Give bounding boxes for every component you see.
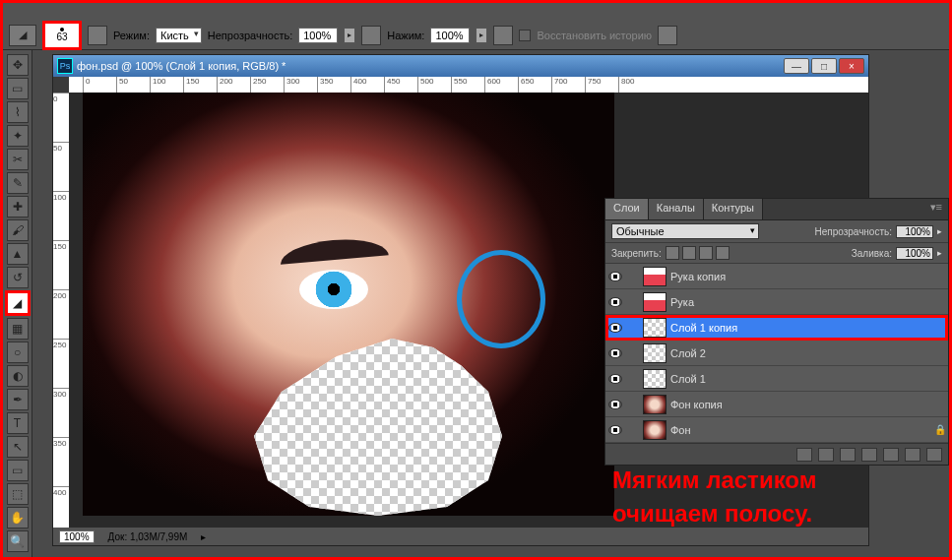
layer-row[interactable]: Слой 1 копия (605, 315, 948, 341)
brush-panel-icon[interactable] (88, 26, 107, 45)
type-tool[interactable]: T (7, 412, 29, 434)
maximize-button[interactable]: □ (811, 58, 837, 74)
close-button[interactable]: × (839, 58, 864, 74)
layers-panel: Слои Каналы Контуры ▾≡ Обычные Непрозрач… (604, 198, 949, 466)
mode-dropdown[interactable]: Кисть (156, 28, 202, 43)
image-content (299, 270, 368, 309)
visibility-icon[interactable] (608, 374, 622, 384)
menubar[interactable] (3, 3, 949, 21)
ruler-horizontal[interactable]: 0501001502002503003504004505005506006507… (69, 77, 868, 93)
canvas[interactable] (83, 93, 614, 516)
link-layers-icon[interactable] (796, 448, 812, 462)
pressure-size-icon[interactable] (658, 26, 677, 45)
flow-input[interactable]: 100% (430, 28, 470, 43)
blend-mode-dropdown[interactable]: Обычные (611, 223, 759, 239)
fill-input[interactable]: 100% (896, 247, 933, 260)
shape-tool[interactable]: ▭ (7, 460, 29, 481)
layer-list: Рука копияРукаСлой 1 копияСлой 2Слой 1Фо… (605, 264, 948, 443)
heal-tool[interactable]: ✚ (7, 196, 29, 218)
layer-name[interactable]: Слой 2 (670, 347, 934, 359)
layer-thumbnail[interactable] (643, 395, 666, 414)
restore-history-checkbox[interactable] (519, 30, 531, 41)
layer-thumbnail[interactable] (643, 267, 666, 286)
tab-layers[interactable]: Слои (605, 199, 649, 219)
flow-arrow-icon[interactable]: ▸ (476, 28, 487, 43)
layer-name[interactable]: Фон (670, 424, 934, 436)
dodge-tool[interactable]: ◐ (7, 365, 29, 387)
lasso-tool[interactable]: ⌇ (7, 101, 29, 123)
ps-logo-icon: Ps (57, 58, 73, 74)
pen-tool[interactable]: ✒ (7, 389, 29, 410)
zoom-tool[interactable]: 🔍 (7, 530, 29, 552)
tab-channels[interactable]: Каналы (649, 199, 704, 219)
blur-tool[interactable]: ○ (7, 342, 29, 363)
visibility-icon[interactable] (608, 425, 622, 435)
statusbar-arrow-icon[interactable]: ▸ (201, 531, 206, 542)
layer-row[interactable]: Фон🔒 (605, 417, 948, 443)
opacity-arrow-icon[interactable]: ▸ (937, 226, 942, 236)
marquee-tool[interactable]: ▭ (7, 78, 29, 99)
stamp-tool[interactable]: ▲ (7, 243, 29, 265)
layer-thumbnail[interactable] (643, 420, 666, 440)
3d-tool[interactable]: ⬚ (7, 483, 29, 505)
lock-image-icon[interactable] (682, 246, 696, 260)
layer-thumbnail[interactable] (643, 292, 666, 312)
opacity-input[interactable]: 100% (298, 28, 338, 43)
crop-tool[interactable]: ✂ (7, 149, 29, 170)
layer-name[interactable]: Слой 1 (670, 373, 934, 385)
layer-name[interactable]: Фон копия (670, 399, 934, 410)
new-layer-icon[interactable] (905, 448, 920, 462)
path-select-tool[interactable]: ↖ (7, 436, 29, 458)
opacity-arrow-icon[interactable]: ▸ (344, 28, 355, 43)
tab-paths[interactable]: Контуры (704, 199, 763, 219)
layer-row[interactable]: Рука копия (605, 264, 948, 289)
layer-name[interactable]: Рука (670, 296, 934, 308)
layer-thumbnail[interactable] (643, 318, 666, 338)
layer-group-icon[interactable] (883, 448, 899, 462)
visibility-icon[interactable] (608, 297, 622, 307)
delete-layer-icon[interactable] (926, 448, 942, 462)
layer-thumbnail[interactable] (643, 343, 666, 363)
adjustment-layer-icon[interactable] (861, 448, 877, 462)
layer-row[interactable]: Слой 2 (605, 341, 948, 366)
lock-position-icon[interactable] (699, 246, 713, 260)
layer-mask-icon[interactable] (840, 448, 856, 462)
eraser-tool[interactable]: ◢ (5, 290, 31, 316)
document-statusbar: 100% Док: 1,03M/7,99M ▸ (53, 528, 868, 545)
lock-all-icon[interactable] (716, 246, 730, 260)
ruler-vertical[interactable]: 050100150200250300350400 (53, 93, 69, 528)
visibility-icon[interactable] (608, 400, 622, 409)
brush-tool[interactable]: 🖌 (7, 219, 29, 241)
layer-thumbnail[interactable] (643, 369, 666, 389)
visibility-icon[interactable] (608, 323, 622, 333)
hand-tool[interactable]: ✋ (7, 507, 29, 529)
zoom-input[interactable]: 100% (59, 530, 95, 543)
eyedropper-tool[interactable]: ✎ (7, 172, 29, 194)
layer-row[interactable]: Фон копия (605, 392, 948, 417)
pressure-opacity-icon[interactable] (361, 26, 381, 45)
wand-tool[interactable]: ✦ (7, 125, 29, 147)
fill-label: Заливка: (852, 248, 892, 259)
document-titlebar[interactable]: Ps фон.psd @ 100% (Слой 1 копия, RGB/8) … (53, 55, 868, 77)
brush-size-picker[interactable]: 63 (42, 21, 82, 50)
annotation-text: Мягким ластиком очищаем полосу. (612, 464, 927, 529)
visibility-icon[interactable] (608, 272, 622, 281)
panel-menu-icon[interactable]: ▾≡ (924, 199, 948, 219)
layer-row[interactable]: Рука (605, 289, 948, 315)
layer-row[interactable]: Слой 1 (605, 366, 948, 392)
gradient-tool[interactable]: ▦ (7, 318, 29, 340)
restore-history-label: Восстановить историю (537, 30, 652, 41)
options-bar: ◢ 63 Режим: Кисть Непрозрачность: 100% ▸… (3, 21, 949, 50)
layer-name[interactable]: Рука копия (670, 271, 934, 282)
layer-name[interactable]: Слой 1 копия (670, 322, 934, 334)
airbrush-icon[interactable] (493, 26, 513, 45)
fill-arrow-icon[interactable]: ▸ (937, 248, 942, 258)
minimize-button[interactable]: — (784, 58, 809, 74)
move-tool[interactable]: ✥ (7, 54, 29, 76)
layer-opacity-input[interactable]: 100% (896, 225, 933, 238)
layer-fx-icon[interactable] (818, 448, 834, 462)
lock-transparent-icon[interactable] (666, 246, 679, 260)
history-brush-tool[interactable]: ↺ (7, 267, 29, 288)
tool-preset-icon[interactable]: ◢ (9, 25, 36, 46)
visibility-icon[interactable] (608, 348, 622, 358)
